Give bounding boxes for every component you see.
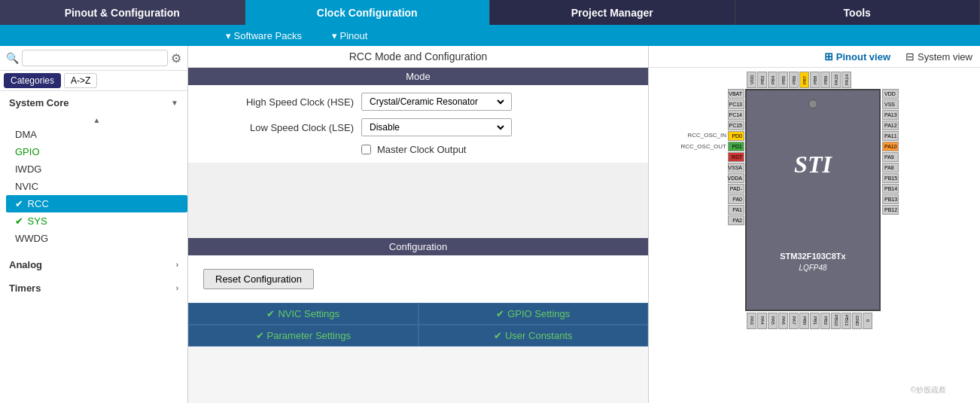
reset-config-button[interactable]: Reset Configuration bbox=[203, 269, 314, 289]
tab-tools[interactable]: Tools bbox=[735, 0, 981, 25]
pin-right-pb15[interactable]: PB15 bbox=[882, 173, 899, 183]
chip-notch bbox=[808, 99, 817, 108]
pin-left-vbat[interactable]: VBAT bbox=[728, 89, 744, 99]
pin-top-pb9[interactable]: PB9 bbox=[820, 72, 830, 88]
pin-top-pb6[interactable]: PB6 bbox=[789, 72, 799, 88]
spacer-section bbox=[188, 163, 648, 238]
pin-bot-pa5[interactable]: PA5 bbox=[768, 313, 778, 329]
tab-parameter-settings[interactable]: ✔ Parameter Settings bbox=[188, 325, 418, 347]
pin-right-pb14[interactable]: PB14 bbox=[882, 184, 899, 194]
pin-bot-0[interactable]: 0 bbox=[863, 313, 872, 329]
top-nav: Pinout & Configuration Clock Configurati… bbox=[0, 0, 980, 25]
pin-top-pb3[interactable]: PB3 bbox=[757, 72, 767, 88]
sidebar: 🔍 ⚙ Categories A->Z System Core ▼ ▲ DMA … bbox=[0, 46, 188, 403]
pin-right-pa13[interactable]: PA13 bbox=[882, 110, 899, 120]
sub-nav-pinout[interactable]: ▾ Pinout bbox=[332, 30, 367, 41]
chip-name-text: STM32F103C8Tx bbox=[747, 252, 879, 261]
pin-bot-pb11[interactable]: PB11 bbox=[842, 313, 851, 329]
sub-nav-software-packs[interactable]: ▾ Software Packs bbox=[226, 30, 302, 41]
sidebar-item-wwdg[interactable]: WWDG bbox=[6, 230, 187, 247]
hse-select[interactable]: Crystal/Ceramic Resonator Disable BYPASS… bbox=[361, 93, 512, 111]
tab-clock-config[interactable]: Clock Configuration bbox=[245, 0, 491, 25]
tab-categories[interactable]: Categories bbox=[4, 73, 61, 88]
pin-bot-gnd[interactable]: GND bbox=[852, 313, 862, 329]
pin-left-pc13[interactable]: PC13 bbox=[728, 99, 744, 109]
sidebar-item-rcc[interactable]: ✔ RCC bbox=[6, 195, 187, 212]
center-content: RCC Mode and Configuration Mode High Spe… bbox=[188, 46, 649, 403]
pin-bot-pb0[interactable]: PB0 bbox=[799, 313, 809, 329]
pin-bot-pb10[interactable]: PB10 bbox=[831, 313, 841, 329]
rcc-osc-in-label: RCC_OSC_IN bbox=[679, 130, 726, 140]
pin-right-pa9[interactable]: PA9 bbox=[882, 152, 899, 162]
pin-left-nrst[interactable]: RST bbox=[728, 152, 744, 162]
pin-top-vdd[interactable]: VDD bbox=[747, 72, 756, 88]
right-panel: ⊞ Pinout view ⊟ System view VDD PB3 PB4 … bbox=[649, 46, 980, 403]
sidebar-section-header-timers[interactable]: Timers › bbox=[0, 276, 187, 300]
pin-right-pb12[interactable]: PB12 bbox=[882, 205, 899, 215]
pins-right: VDD VSS PA13 PA12 PA11 PA10 PA9 PA8 PB15… bbox=[882, 89, 899, 215]
pinout-view-icon: ⊞ bbox=[824, 50, 833, 63]
tab-project-manager[interactable]: Project Manager bbox=[490, 0, 735, 25]
sidebar-section-timers: Timers › bbox=[0, 276, 187, 300]
scroll-up-arrow[interactable]: ▲ bbox=[6, 114, 187, 126]
pin-top-pb8[interactable]: PB8 bbox=[810, 72, 820, 88]
sidebar-item-gpio[interactable]: GPIO bbox=[6, 143, 187, 160]
pin-left-pd0[interactable]: PD0 bbox=[728, 131, 744, 141]
pin-right-pa10[interactable]: PA10 bbox=[882, 142, 899, 151]
pin-right-pa11[interactable]: PA11 bbox=[882, 131, 899, 141]
chip-package-text: LQFP48 bbox=[747, 264, 879, 272]
tab-az[interactable]: A->Z bbox=[64, 73, 97, 88]
search-input[interactable] bbox=[22, 50, 168, 66]
sidebar-item-sys[interactable]: ✔ SYS bbox=[6, 212, 187, 230]
pin-top-pb5[interactable]: PB5 bbox=[778, 72, 788, 88]
pin-left-vdda[interactable]: VDDA bbox=[728, 173, 744, 183]
pin-right-pa12[interactable]: PA12 bbox=[882, 121, 899, 130]
master-clock-checkbox[interactable] bbox=[361, 145, 371, 154]
hse-label: High Speed Clock (HSE) bbox=[203, 96, 354, 108]
pin-left-pc15[interactable]: PC15 bbox=[728, 121, 744, 130]
pin-bot-pb2[interactable]: PB2 bbox=[820, 313, 830, 329]
pin-left-vssa[interactable]: VSSA bbox=[728, 163, 744, 172]
pin-left-pa1[interactable]: PA1 bbox=[728, 205, 744, 215]
tab-nvic-settings[interactable]: ✔ NVIC Settings bbox=[188, 303, 418, 325]
mode-section: High Speed Clock (HSE) Crystal/Ceramic R… bbox=[188, 85, 648, 163]
hse-select-input[interactable]: Crystal/Ceramic Resonator Disable BYPASS… bbox=[367, 96, 507, 108]
sidebar-item-dma[interactable]: DMA bbox=[6, 126, 187, 143]
tab-gpio-settings[interactable]: ✔ GPIO Settings bbox=[418, 303, 649, 325]
sidebar-item-iwdg[interactable]: IWDG bbox=[6, 160, 187, 178]
sidebar-item-nvic[interactable]: NVIC bbox=[6, 178, 187, 195]
sidebar-section-header-system-core[interactable]: System Core ▼ bbox=[0, 91, 187, 114]
pin-bot-pa4[interactable]: PA4 bbox=[757, 313, 767, 329]
pin-top-pa15[interactable]: PA15 bbox=[831, 72, 841, 88]
tab-user-constants[interactable]: ✔ User Constants bbox=[418, 325, 649, 347]
pin-left-pa0[interactable]: PA0 bbox=[728, 194, 744, 204]
chip-body: STI STM32F103C8Tx LQFP48 bbox=[745, 89, 881, 311]
pin-right-vss[interactable]: VSS bbox=[882, 99, 899, 109]
gpio-check-icon: ✔ bbox=[496, 308, 504, 319]
sidebar-section-header-analog[interactable]: Analog › bbox=[0, 253, 187, 276]
pin-bot-pa6[interactable]: PA6 bbox=[778, 313, 788, 329]
user-check-icon: ✔ bbox=[494, 330, 502, 341]
lse-select-input[interactable]: Disable BYPASS Clock Source Crystal/Cera… bbox=[367, 121, 507, 133]
pin-left-pc14[interactable]: PC14 bbox=[728, 110, 744, 120]
tab-pinout-view[interactable]: ⊞ Pinout view bbox=[824, 50, 890, 63]
pin-right-vdd[interactable]: VDD bbox=[882, 89, 899, 99]
lse-select[interactable]: Disable BYPASS Clock Source Crystal/Cera… bbox=[361, 118, 512, 136]
pin-left-pad[interactable]: PAD- bbox=[728, 184, 744, 194]
main-container: 🔍 ⚙ Categories A->Z System Core ▼ ▲ DMA … bbox=[0, 46, 980, 403]
pin-top-pb4[interactable]: PB4 bbox=[768, 72, 778, 88]
pin-bot-pa7[interactable]: PA7 bbox=[789, 313, 799, 329]
pin-top-pa14[interactable]: PA14 bbox=[842, 72, 851, 88]
pin-right-pb13[interactable]: PB13 bbox=[882, 194, 899, 204]
pin-bot-pa3[interactable]: PA3 bbox=[747, 313, 756, 329]
pin-left-pa2[interactable]: PA2 bbox=[728, 215, 744, 225]
pin-top-pb7[interactable]: PB7 bbox=[799, 72, 809, 88]
pin-bot-pb1[interactable]: PB1 bbox=[810, 313, 820, 329]
chip-container: VDD PB3 PB4 PB5 PB6 PB7 PB8 PB9 PA15 PA1… bbox=[649, 68, 980, 398]
bottom-tab-row-2: ✔ Parameter Settings ✔ User Constants bbox=[188, 325, 648, 347]
pin-right-pa8[interactable]: PA8 bbox=[882, 163, 899, 172]
pin-left-pd1[interactable]: PD1 bbox=[728, 142, 744, 151]
gear-icon[interactable]: ⚙ bbox=[171, 51, 181, 66]
tab-pinout-config[interactable]: Pinout & Configuration bbox=[0, 0, 245, 25]
tab-system-view[interactable]: ⊟ System view bbox=[905, 50, 972, 63]
